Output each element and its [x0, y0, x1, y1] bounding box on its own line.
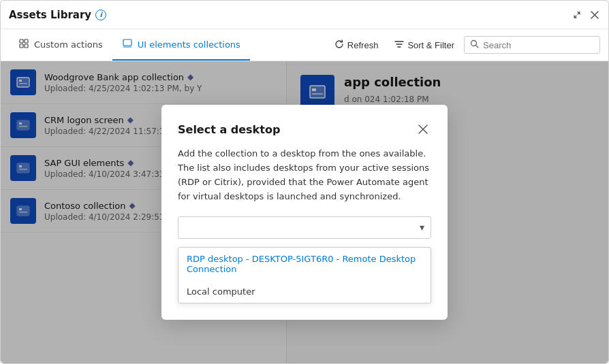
tab-custom-actions[interactable]: Custom actions [9, 29, 112, 61]
main-content: Woodgrove Bank app collection ◆ Uploaded… [1, 61, 608, 363]
dropdown-item-rdp[interactable]: RDP desktop - DESKTOP-5IGT6R0 - Remote D… [178, 248, 431, 280]
info-icon[interactable]: i [95, 10, 106, 20]
modal-overlay: Select a desktop Add the collection to a… [1, 61, 608, 363]
toolbar-actions: Refresh Sort & Filter [328, 36, 600, 54]
ui-elements-label: UI elements collections [138, 39, 240, 50]
custom-actions-icon [18, 38, 29, 51]
window-controls [572, 10, 600, 20]
svg-rect-6 [123, 39, 131, 46]
dropdown-item-local[interactable]: Local computer [178, 280, 431, 303]
svg-rect-5 [25, 44, 28, 48]
modal-title: Select a desktop [178, 123, 280, 136]
sort-filter-label: Sort & Filter [407, 40, 454, 50]
main-window: Assets Library i [0, 0, 609, 364]
tab-ui-elements[interactable]: UI elements collections [112, 29, 250, 61]
maximize-button[interactable] [572, 10, 582, 20]
svg-rect-2 [20, 39, 23, 43]
toolbar: Custom actions UI elements collections [1, 29, 608, 61]
svg-line-9 [476, 46, 479, 48]
dropdown-menu: RDP desktop - DESKTOP-5IGT6R0 - Remote D… [178, 247, 431, 303]
search-input[interactable] [483, 40, 594, 50]
svg-rect-3 [25, 39, 28, 43]
svg-rect-4 [20, 44, 23, 48]
window-title: Assets Library [9, 9, 91, 21]
desktop-dropdown-container[interactable]: ▾ [178, 216, 431, 239]
select-desktop-modal: Select a desktop Add the collection to a… [161, 105, 448, 319]
filter-icon [394, 39, 404, 51]
modal-header: Select a desktop [178, 121, 431, 137]
refresh-icon [334, 39, 344, 51]
modal-description: Add the collection to a desktop from the… [178, 147, 431, 203]
close-button[interactable] [589, 10, 600, 20]
desktop-dropdown[interactable] [178, 216, 431, 239]
refresh-label: Refresh [347, 40, 379, 50]
title-bar: Assets Library i [1, 1, 608, 29]
refresh-button[interactable]: Refresh [328, 36, 386, 54]
custom-actions-label: Custom actions [34, 39, 103, 50]
sort-filter-button[interactable]: Sort & Filter [388, 36, 461, 54]
modal-close-button[interactable] [415, 121, 431, 137]
search-box[interactable] [464, 36, 600, 54]
ui-elements-icon [122, 38, 133, 51]
search-icon [470, 39, 479, 50]
